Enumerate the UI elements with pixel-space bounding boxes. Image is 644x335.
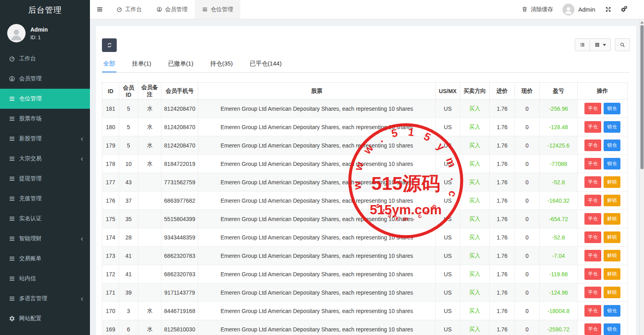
tab-pending[interactable]: 挂单(1): [131, 57, 152, 72]
user-name: Admin: [30, 26, 48, 33]
bars-icon: [9, 235, 15, 242]
cell-id: 169: [102, 320, 119, 335]
cell-entry-price: 1.76: [490, 136, 515, 155]
topnav-tab-members[interactable]: 会员管理: [149, 0, 195, 19]
vertical-scrollbar[interactable]: [639, 19, 644, 335]
unlock-button[interactable]: 解锁: [604, 268, 620, 280]
cell-pnl: -128.48: [540, 118, 578, 136]
hamburger-icon[interactable]: [90, 0, 109, 19]
cell-entry-price: 1.76: [490, 118, 515, 136]
sidebar-item-label: 大宗交易: [19, 155, 80, 162]
close-position-button[interactable]: 平仓: [584, 250, 601, 261]
unlock-button[interactable]: 解锁: [604, 250, 620, 261]
cell-direction: 买入: [460, 283, 490, 302]
cell-direction: 买入: [460, 100, 490, 118]
sidebar-item-new-stock[interactable]: 新股管理: [0, 129, 90, 149]
lock-button[interactable]: 锁仓: [604, 140, 620, 151]
close-position-button[interactable]: 平仓: [584, 268, 601, 280]
cell-actions: 平仓解锁: [578, 173, 628, 191]
sidebar-item-languages[interactable]: 多语言管理: [0, 289, 90, 309]
close-position-button[interactable]: 平仓: [584, 140, 601, 151]
table-row: 177437731562759Emeren Group Ltd American…: [102, 173, 628, 191]
close-position-button[interactable]: 平仓: [584, 323, 601, 335]
scrollbar-up-arrow[interactable]: [640, 21, 644, 24]
close-position-button[interactable]: 平仓: [584, 305, 601, 317]
col-header-member-id: 会员ID: [119, 83, 138, 100]
sidebar-item-trade-bills[interactable]: 交易账单: [0, 249, 90, 269]
sidebar-item-workbench[interactable]: 工作台: [0, 49, 90, 69]
avatar: [7, 24, 26, 42]
lock-button[interactable]: 锁仓: [604, 103, 620, 114]
unlock-button[interactable]: 解锁: [604, 176, 620, 188]
tab-cancelled[interactable]: 已撤单(1): [167, 57, 194, 72]
unlock-button[interactable]: 解锁: [604, 213, 620, 225]
close-position-button[interactable]: 平仓: [584, 231, 601, 243]
cell-actions: 平仓锁仓: [578, 118, 628, 136]
sidebar-item-stock-market[interactable]: 股票市场: [0, 109, 90, 129]
tab-all[interactable]: 全部: [102, 57, 116, 72]
refresh-button[interactable]: [102, 38, 117, 52]
clear-cache-button[interactable]: 清除缓存: [522, 6, 553, 13]
col-header-pnl: 盈亏: [540, 83, 578, 100]
sidebar-item-label: 股票市场: [19, 115, 84, 122]
cell-phone: 8125810030: [161, 320, 198, 335]
grid-view-button[interactable]: [590, 38, 611, 51]
topnav-right: 清除缓存 Admin: [522, 0, 644, 19]
close-position-button[interactable]: 平仓: [584, 213, 601, 225]
cell-market: US: [436, 136, 460, 155]
close-position-button[interactable]: 平仓: [584, 121, 601, 133]
cell-remark: [138, 173, 161, 191]
close-position-button[interactable]: 平仓: [584, 176, 601, 188]
cell-remark: [138, 247, 161, 265]
bars-icon: [9, 156, 15, 162]
sidebar-item-messages[interactable]: 站内信: [0, 269, 90, 289]
view-controls: [575, 38, 630, 51]
unlock-button[interactable]: 解锁: [604, 231, 620, 243]
tab-closed[interactable]: 已平仓(144): [248, 57, 283, 72]
cell-id: 179: [102, 136, 119, 155]
cell-pnl: -52.8: [540, 173, 578, 191]
lock-button[interactable]: 锁仓: [604, 121, 620, 133]
close-position-button[interactable]: 平仓: [584, 103, 601, 114]
cell-stock: Emeren Group Ltd American Depositary Sha…: [198, 302, 436, 320]
cell-direction: 买入: [460, 118, 490, 136]
cell-phone: 8446719168: [161, 302, 198, 320]
sidebar-item-kyc[interactable]: 实名认证: [0, 209, 90, 229]
topnav-tab-positions[interactable]: 仓位管理: [195, 0, 240, 19]
cell-phone: 7731562759: [161, 173, 198, 191]
cell-direction: 买入: [460, 247, 490, 265]
cell-stock: Emeren Group Ltd American Depositary Sha…: [198, 100, 436, 118]
unlock-button[interactable]: 解锁: [604, 195, 620, 206]
table-row: 1795水8124208470Emeren Group Ltd American…: [102, 136, 628, 155]
lock-button[interactable]: 锁仓: [604, 158, 620, 169]
topnav-tab-workbench[interactable]: 工作台: [109, 0, 149, 19]
close-position-button[interactable]: 平仓: [584, 195, 601, 206]
tab-holding[interactable]: 持仓(35): [209, 57, 234, 72]
cell-direction: 买入: [460, 228, 490, 247]
sidebar-item-block-trade[interactable]: 大宗交易: [0, 149, 90, 169]
cell-entry-price: 1.76: [490, 320, 515, 335]
lock-button[interactable]: 锁仓: [604, 305, 620, 317]
bars-icon: [9, 136, 15, 142]
fullscreen-icon[interactable]: [605, 6, 612, 13]
sidebar-item-recharge[interactable]: 充值管理: [0, 189, 90, 209]
settings-cogs-icon[interactable]: [621, 6, 628, 13]
cell-member-id: 5: [119, 100, 138, 118]
search-button[interactable]: [615, 38, 630, 51]
col-header-current-price: 现价: [515, 83, 540, 100]
scrollbar-thumb[interactable]: [640, 25, 644, 169]
table-row: 174289343448359Emeren Group Ltd American…: [102, 228, 628, 247]
sidebar-item-smart-finance[interactable]: 智能理财: [0, 229, 90, 249]
unlock-button[interactable]: 解锁: [604, 287, 620, 298]
list-view-button[interactable]: [575, 38, 590, 51]
sidebar-item-positions[interactable]: 仓位管理: [0, 89, 90, 109]
close-position-button[interactable]: 平仓: [584, 158, 601, 169]
sidebar-item-members[interactable]: 会员管理: [0, 69, 90, 89]
topnav: 工作台会员管理仓位管理 清除缓存 Admin: [90, 0, 644, 19]
sidebar-item-withdrawals[interactable]: 提现管理: [0, 169, 90, 189]
close-position-button[interactable]: 平仓: [584, 287, 601, 298]
cell-pnl: -7.04: [540, 247, 578, 265]
lock-button[interactable]: 锁仓: [604, 323, 620, 335]
sidebar-item-site-config[interactable]: 网站配置: [0, 309, 90, 329]
navbar-user[interactable]: Admin: [562, 4, 595, 16]
